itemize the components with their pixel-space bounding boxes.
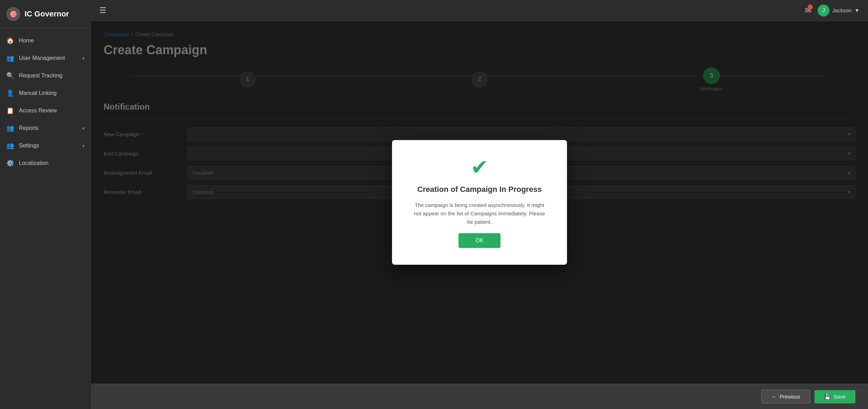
search-icon: 🔍 [6,72,14,79]
sidebar-item-label: User Management [19,55,65,61]
prev-label: Previous [779,394,800,400]
sidebar-item-label: Access Review [19,108,57,114]
content-area: Campaigns / Create Campaign Create Campa… [91,21,868,384]
person-icon: 👤 [6,89,14,97]
clipboard-icon: 📋 [6,107,14,115]
previous-button[interactable]: ← Previous [761,390,810,403]
username-label: Jackson [832,7,852,13]
save-label: Save [834,394,846,400]
avatar: J [818,5,830,16]
sidebar-item-manual-linking[interactable]: 👤 Manual Linking [0,84,91,102]
sidebar-item-label: Localization [19,160,49,166]
sidebar-item-label: Request Tracking [19,72,63,79]
logo-icon: 🎯 [6,7,20,21]
save-disk-icon: 💾 [824,394,831,400]
modal-body: The campaign is being created asynchrono… [413,201,546,226]
chevron-down-icon: ▾ [82,56,85,61]
report-icon: 👥 [6,124,14,132]
app-title: IC Governor [24,9,69,19]
sidebar-item-access-review[interactable]: 📋 Access Review [0,102,91,119]
footer-bar: ← Previous 💾 Save [91,384,868,409]
chevron-down-icon: ▾ [82,126,85,131]
success-check-icon: ✔ [471,157,488,178]
user-chevron-icon: ▼ [854,7,860,13]
sidebar-item-label: Reports [19,125,38,131]
modal-title: Creation of Campaign In Progress [417,185,542,194]
users-icon: 👥 [6,54,14,62]
sidebar-item-request-tracking[interactable]: 🔍 Request Tracking [0,67,91,84]
sidebar-item-label: Home [19,37,34,44]
sidebar: 🎯 IC Governor 🏠 Home 👥 User Management ▾… [0,0,91,409]
sidebar-item-label: Settings [19,143,39,149]
main-area: ☰ ✉ J Jackson ▼ Campaigns / Create Campa… [91,0,868,409]
modal-ok-button[interactable]: OK [458,233,500,248]
sidebar-item-user-management[interactable]: 👥 User Management ▾ [0,49,91,67]
sidebar-item-reports[interactable]: 👥 Reports ▾ [0,119,91,137]
home-icon: 🏠 [6,37,14,44]
save-button[interactable]: 💾 Save [814,390,855,403]
sidebar-item-settings[interactable]: 👥 Settings ▾ [0,137,91,154]
sidebar-item-localization[interactable]: ⚙️ Localization [0,154,91,172]
modal-dialog: ✔ Creation of Campaign In Progress The c… [392,140,567,265]
header-right: ✉ J Jackson ▼ [805,5,860,16]
header: ☰ ✉ J Jackson ▼ [91,0,868,21]
user-menu[interactable]: J Jackson ▼ [818,5,860,16]
sidebar-item-label: Manual Linking [19,90,57,96]
settings-icon: 👥 [6,142,14,150]
sidebar-logo: 🎯 IC Governor [0,0,91,28]
prev-arrow-icon: ← [771,394,777,400]
notification-bell[interactable]: ✉ [805,6,811,15]
gear-icon: ⚙️ [6,159,14,167]
menu-icon[interactable]: ☰ [99,6,106,15]
sidebar-nav: 🏠 Home 👥 User Management ▾ 🔍 Request Tra… [0,28,91,409]
sidebar-item-home[interactable]: 🏠 Home [0,32,91,49]
chevron-down-icon: ▾ [82,143,85,148]
modal-overlay: ✔ Creation of Campaign In Progress The c… [91,21,868,384]
notification-badge [808,5,813,9]
